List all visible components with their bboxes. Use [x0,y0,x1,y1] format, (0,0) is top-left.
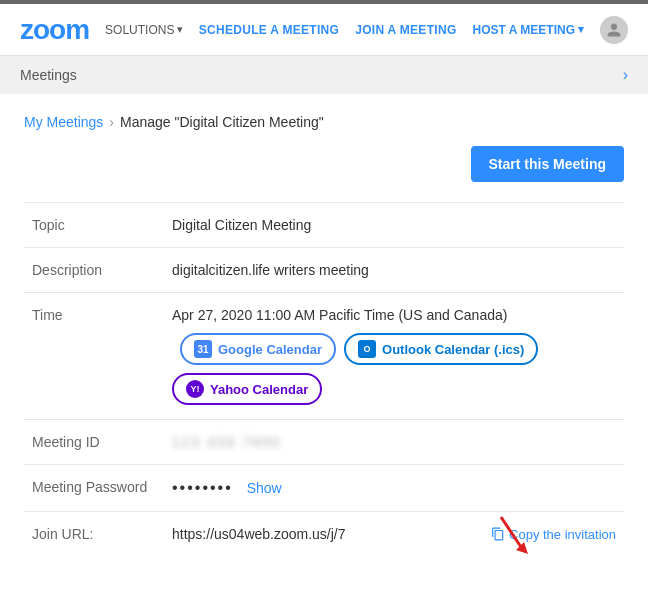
topic-row: Topic Digital Citizen Meeting [24,203,624,248]
password-value-cell: •••••••• Show [164,465,624,512]
breadcrumb-separator: › [109,114,114,130]
solutions-chevron-icon: ▾ [177,23,183,36]
schedule-meeting-link[interactable]: SCHEDULE A MEETING [199,23,340,37]
password-dots: •••••••• [172,479,233,496]
host-chevron-icon: ▾ [578,23,584,36]
join-meeting-link[interactable]: JOIN A MEETING [355,23,456,37]
topic-label: Topic [24,203,164,248]
breadcrumb-parent[interactable]: My Meetings [24,114,103,130]
meeting-id-value: 123 456 7890 [164,420,624,465]
join-url-label: Join URL: [24,512,164,557]
red-arrow-icon [486,512,536,562]
description-value: digitalcitizen.life writers meeting [164,248,624,293]
topic-value: Digital Citizen Meeting [164,203,624,248]
time-label: Time [24,293,164,420]
meeting-details-table: Topic Digital Citizen Meeting Descriptio… [24,202,624,556]
breadcrumb-current: Manage "Digital Citizen Meeting" [120,114,324,130]
calendar-buttons: 31 Google Calendar O Outlook Calendar (.… [172,333,616,365]
outlook-cal-icon: O [358,340,376,358]
password-row: Meeting Password •••••••• Show [24,465,624,512]
description-label: Description [24,248,164,293]
yahoo-btn-row: Y! Yahoo Calendar [172,373,616,405]
start-button-row: Start this Meeting [24,146,624,182]
show-password-link[interactable]: Show [247,480,282,496]
join-url-row: Join URL: https://us04web.zoom.us/j/7 Co… [24,512,624,557]
password-label: Meeting Password [24,465,164,512]
yahoo-cal-icon: Y! [186,380,204,398]
header-right: SCHEDULE A MEETING JOIN A MEETING HOST A… [199,16,628,44]
outlook-calendar-button[interactable]: O Outlook Calendar (.ics) [344,333,538,365]
join-url-text: https://us04web.zoom.us/j/7 [172,526,491,542]
header-left: zoom SOLUTIONS ▾ [20,14,183,46]
yahoo-calendar-button[interactable]: Y! Yahoo Calendar [172,373,322,405]
user-avatar[interactable] [600,16,628,44]
main-content: My Meetings › Manage "Digital Citizen Me… [0,94,648,576]
zoom-logo: zoom [20,14,89,46]
meetings-banner-label: Meetings [20,67,77,83]
description-row: Description digitalcitizen.life writers … [24,248,624,293]
svg-line-0 [501,517,521,547]
main-header: zoom SOLUTIONS ▾ SCHEDULE A MEETING JOIN… [0,4,648,56]
time-row: Time Apr 27, 2020 11:00 AM Pacific Time … [24,293,624,420]
breadcrumb: My Meetings › Manage "Digital Citizen Me… [24,114,624,130]
google-cal-icon: 31 [194,340,212,358]
time-value-cell: Apr 27, 2020 11:00 AM Pacific Time (US a… [164,293,624,420]
start-meeting-button[interactable]: Start this Meeting [471,146,624,182]
banner-chevron-icon: › [623,66,628,84]
meeting-id-label: Meeting ID [24,420,164,465]
join-url-container: https://us04web.zoom.us/j/7 Copy the inv… [172,526,616,542]
meeting-id-blurred: 123 456 7890 [172,434,282,450]
time-value: Apr 27, 2020 11:00 AM Pacific Time (US a… [172,307,507,323]
join-url-value-cell: https://us04web.zoom.us/j/7 Copy the inv… [164,512,624,557]
solutions-menu[interactable]: SOLUTIONS ▾ [105,23,183,37]
meetings-banner[interactable]: Meetings › [0,56,648,94]
host-meeting-button[interactable]: HOST A MEETING ▾ [473,23,584,37]
meeting-id-row: Meeting ID 123 456 7890 [24,420,624,465]
google-calendar-button[interactable]: 31 Google Calendar [180,333,336,365]
